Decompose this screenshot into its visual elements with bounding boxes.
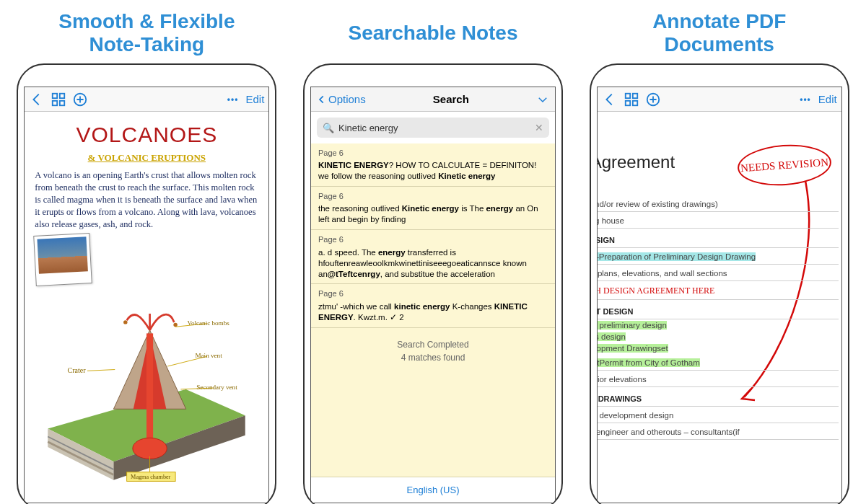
phone-mockup-pdf: ••• Edit NEEDS REVISION Agreement and/or… [590, 63, 849, 504]
headline-searchable: Searchable Notes [349, 7, 518, 59]
search-value: Kinetic energy [338, 123, 535, 133]
pdf-line: of development design [598, 407, 839, 423]
svg-rect-27 [633, 100, 637, 105]
more-icon[interactable]: ••• [227, 94, 239, 105]
svg-rect-3 [60, 100, 64, 105]
label-secondary-vent: Secondary vent [197, 384, 238, 391]
volcano-diagram: Crater Volcanic bombs Main vent Secondar… [35, 302, 258, 490]
edit-button[interactable]: Edit [245, 93, 264, 105]
svg-rect-2 [53, 100, 57, 105]
pdf-line: elopment Drawingset [598, 342, 839, 354]
svg-rect-14 [146, 334, 153, 446]
svg-rect-24 [625, 93, 629, 97]
pdf-line: es design [598, 331, 839, 342]
svg-point-16 [174, 323, 178, 327]
pdf-line: of preliminary design [598, 319, 839, 331]
add-icon[interactable] [645, 92, 661, 107]
search-input[interactable]: 🔍 Kinetic energy ✕ [317, 118, 549, 138]
edit-button[interactable]: Edit [818, 93, 837, 105]
grid-icon[interactable] [51, 92, 66, 107]
screen-title: Search [366, 93, 536, 105]
language-selector[interactable]: English (US) [311, 477, 555, 503]
svg-line-18 [87, 370, 115, 371]
search-result[interactable]: Page 6 a. d speed. The energy transferre… [311, 230, 555, 284]
pdf-line: il engineer and otherouts – consultants(… [598, 423, 839, 440]
back-label[interactable]: Options [328, 93, 366, 105]
chevron-down-icon[interactable] [536, 92, 549, 107]
svg-point-15 [123, 321, 127, 324]
add-icon[interactable] [72, 92, 88, 107]
headline-annotate: Annotate PDF Documents [652, 7, 786, 59]
clear-icon[interactable]: ✕ [535, 122, 543, 133]
nav-bar: ••• Edit [598, 87, 841, 112]
svg-rect-1 [60, 93, 64, 97]
photo-thumbnail [34, 233, 93, 286]
label-crater: Crater [68, 367, 87, 375]
back-icon[interactable]: Options [317, 93, 366, 105]
svg-point-17 [133, 438, 167, 459]
note-title: VOLCANOES [35, 120, 258, 150]
phone-mockup-search: Options Search 🔍 Kinetic energy ✕ Page 6… [303, 63, 563, 504]
search-result[interactable]: Page 6 the reasoning outlived Kinetic en… [311, 187, 555, 230]
headline-flexible: Smooth & Flexible Note-Taking [58, 7, 235, 59]
more-icon[interactable]: ••• [800, 94, 811, 105]
pdf-section: N DRAWINGS [598, 387, 839, 407]
search-result[interactable]: Page 6 KINETIC ENERGY? HOW TO CALCULATE … [311, 143, 555, 187]
back-icon[interactable] [29, 92, 45, 107]
note-subtitle: & VOLCANIC ERUPTIONS [35, 151, 258, 164]
pdf-canvas[interactable]: NEEDS REVISION Agreement and/or review o… [598, 112, 841, 503]
phone-mockup-notes: ••• Edit VOLCANOES & VOLCANIC ERUPTIONS … [17, 63, 276, 504]
search-result[interactable]: Page 6 ztmu' -which we call kinetic ener… [311, 284, 555, 327]
pdf-line: erior elevations [598, 371, 839, 387]
note-paragraph: A volcano is an opening Earth's crust th… [35, 169, 258, 230]
back-icon[interactable] [602, 92, 618, 107]
label-main-vent: Main vent [196, 353, 223, 360]
grid-icon[interactable] [624, 92, 639, 107]
nav-bar: Options Search [311, 87, 555, 112]
svg-rect-0 [53, 93, 57, 97]
svg-rect-26 [625, 100, 629, 105]
pdf-section: NT DESIGN [598, 300, 839, 319]
search-status: Search Completed 4 matches found [311, 328, 555, 374]
pdf-line: and/or review of existing drawings) [598, 195, 839, 212]
pdf-line: ng house [598, 212, 839, 229]
label-magma-chamber: Magma chamber [131, 474, 171, 480]
pdf-line: s–Preparation of Preliminary Design Draw… [598, 248, 839, 265]
search-results: Page 6 KINETIC ENERGY? HOW TO CALCULATE … [311, 143, 555, 477]
search-icon: 🔍 [323, 123, 334, 133]
pdf-line: o tPermit from City of Gotham [598, 354, 839, 371]
svg-rect-25 [633, 93, 637, 97]
pdf-title: Agreement [598, 141, 839, 177]
pdf-section: ESIGN [598, 229, 839, 248]
annotation-text: PH DESIGN AGREEMENT HERE [598, 281, 839, 300]
label-bombs: Volcanic bombs [188, 319, 230, 327]
note-canvas[interactable]: VOLCANOES & VOLCANIC ERUPTIONS A volcano… [25, 112, 268, 503]
pdf-line: orplans, elevations, and wall sections [598, 265, 839, 281]
nav-bar: ••• Edit [25, 87, 268, 112]
